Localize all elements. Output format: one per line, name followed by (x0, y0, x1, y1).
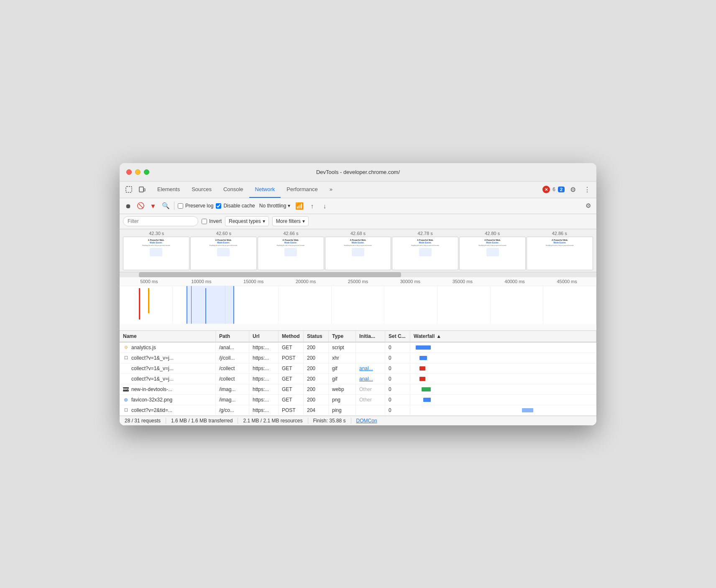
table-row[interactable]: collect?v=1&_v=j... /collect https:... G… (120, 363, 596, 374)
td-type-2: gif (329, 363, 356, 373)
wifi-icon[interactable]: 📶 (294, 201, 304, 211)
screenshot-6[interactable]: A Powerful Web.Made Easier. Simplifying … (527, 237, 593, 270)
td-initiator-1 (356, 353, 385, 363)
td-status-3: 200 (304, 374, 329, 384)
td-url-3: https:... (249, 374, 279, 384)
time-5: 42.80 s (459, 231, 526, 236)
td-status-4: 200 (304, 384, 329, 394)
screenshot-0[interactable]: A Powerful Web.Made Easier. Simplifying … (123, 237, 189, 270)
doc-file-icon: ☐ (123, 355, 129, 361)
minimize-button[interactable] (135, 169, 141, 175)
table-row[interactable]: ☐ collect?v=2&tid=... /g/co... https:...… (120, 405, 596, 416)
table-header: Name Path Url Method Status Type (120, 331, 596, 343)
timeline-scrollbar[interactable] (120, 272, 596, 277)
clear-icon[interactable]: 🚫 (136, 201, 146, 211)
td-path-1: /j/coll... (216, 353, 249, 363)
screenshot-4[interactable]: A Powerful Web.Made Easier. Simplifying … (392, 237, 458, 270)
timeline-scrollbar-thumb[interactable] (139, 272, 401, 277)
tab-console[interactable]: Console (217, 181, 249, 198)
devtools-window: DevTools - developer.chrome.com/ (120, 163, 596, 425)
th-status[interactable]: Status (304, 331, 329, 342)
th-initiator[interactable]: Initia... (356, 331, 385, 342)
screenshot-1[interactable]: A Powerful Web.Made Easier. Simplifying … (190, 237, 257, 270)
screenshot-2[interactable]: A Powerful Web.Made Easier. Simplifying … (258, 237, 324, 270)
settings-icon[interactable]: ⚙ (567, 184, 579, 195)
disable-cache-checkbox[interactable] (216, 203, 221, 209)
td-path-0: /anal... (216, 343, 249, 353)
preserve-log-checkbox[interactable] (178, 203, 183, 209)
tab-network[interactable]: Network (249, 181, 281, 198)
table-row[interactable]: ⊕ favicon-32x32.png /imag... https:... G… (120, 395, 596, 405)
table-row[interactable]: ☐ collect?v=1&_v=j... /j/coll... https:.… (120, 353, 596, 363)
record-icon[interactable]: ⏺ (123, 201, 133, 211)
screenshots-row: A Powerful Web.Made Easier. Simplifying … (120, 237, 596, 270)
more-filters-button[interactable]: More filters ▾ (272, 216, 309, 226)
doc-file-icon-3 (123, 376, 129, 382)
th-path[interactable]: Path (216, 331, 249, 342)
td-initiator-3[interactable]: anal... (356, 374, 385, 384)
screenshot-3[interactable]: A Powerful Web.Made Easier. Simplifying … (325, 237, 391, 270)
td-status-2: 200 (304, 363, 329, 373)
cursor-icon[interactable] (123, 184, 135, 195)
td-name-5: ⊕ favicon-32x32.png (120, 395, 216, 405)
td-waterfall-0 (410, 343, 596, 353)
status-resources: 2.1 MB / 2.1 MB resources (238, 418, 308, 424)
th-name[interactable]: Name (120, 331, 216, 342)
td-name-2: collect?v=1&_v=j... (120, 363, 216, 373)
search-icon[interactable]: 🔍 (161, 201, 171, 211)
td-name-3: collect?v=1&_v=j... (120, 374, 216, 384)
timeline-graph[interactable] (120, 286, 596, 324)
table-row[interactable]: ⚙ analytics.js /anal... https:... GET 20… (120, 343, 596, 353)
td-method-4: GET (279, 384, 304, 394)
td-waterfall-1 (410, 353, 596, 363)
td-initiator-2[interactable]: anal... (356, 363, 385, 373)
invert-checkbox[interactable] (202, 219, 207, 224)
device-toggle-icon[interactable] (136, 184, 148, 195)
th-setc[interactable]: Set C... (385, 331, 410, 342)
maximize-button[interactable] (144, 169, 149, 175)
request-types-button[interactable]: Request types ▾ (225, 216, 269, 226)
network-settings-icon[interactable]: ⚙ (583, 201, 593, 211)
preserve-log-label[interactable]: Preserve log (178, 203, 213, 209)
throttle-dropdown[interactable]: No throttling ▾ (258, 202, 292, 210)
screenshot-5[interactable]: A Powerful Web.Made Easier. Simplifying … (459, 237, 526, 270)
th-url[interactable]: Url (249, 331, 279, 342)
tab-performance[interactable]: Performance (281, 181, 323, 198)
tab-elements[interactable]: Elements (151, 181, 186, 198)
wf-bar-5 (423, 398, 431, 402)
time-3: 42.68 s (325, 231, 392, 236)
th-type[interactable]: Type (329, 331, 356, 342)
doc-file-icon-2 (123, 366, 129, 371)
td-method-0: GET (279, 343, 304, 353)
td-url-0: https:... (249, 343, 279, 353)
td-setc-0: 0 (385, 343, 410, 353)
status-domcon[interactable]: DOMCon (351, 418, 382, 424)
status-transferred: 1.6 MB / 1.6 MB transferred (166, 418, 238, 424)
tab-bar-right: ✕ 6 2 ⚙ ⋮ (542, 184, 593, 195)
status-bar: 28 / 31 requests 1.6 MB / 1.6 MB transfe… (120, 416, 596, 425)
td-initiator-4: Other (356, 384, 385, 394)
download-icon[interactable]: ↓ (320, 201, 330, 211)
window-title: DevTools - developer.chrome.com/ (316, 169, 400, 175)
filter-input[interactable] (123, 216, 198, 226)
invert-label[interactable]: Invert (202, 218, 222, 224)
more-options-icon[interactable]: ⋮ (581, 184, 593, 195)
close-button[interactable] (126, 169, 132, 175)
disable-cache-label[interactable]: Disable cache (216, 203, 255, 209)
separator-1 (174, 202, 174, 210)
td-method-6: POST (279, 405, 304, 415)
tab-sources[interactable]: Sources (186, 181, 217, 198)
td-setc-1: 0 (385, 353, 410, 363)
tl-3: 20000 ms (280, 279, 332, 284)
upload-icon[interactable]: ↑ (307, 201, 317, 211)
td-type-4: webp (329, 384, 356, 394)
table-row[interactable]: IMG new-in-devtools-... /imag... https:.… (120, 384, 596, 395)
filter-icon[interactable]: ▼ (148, 201, 158, 211)
th-waterfall[interactable]: Waterfall ▲ (410, 331, 596, 342)
table-row[interactable]: collect?v=1&_v=j... /collect https:... G… (120, 374, 596, 384)
th-method[interactable]: Method (279, 331, 304, 342)
tab-more[interactable]: » (324, 181, 338, 198)
main-tabs: Elements Sources Console Network Perform… (151, 181, 542, 198)
wf-bar-2 (419, 366, 425, 371)
network-table[interactable]: Name Path Url Method Status Type (120, 331, 596, 416)
